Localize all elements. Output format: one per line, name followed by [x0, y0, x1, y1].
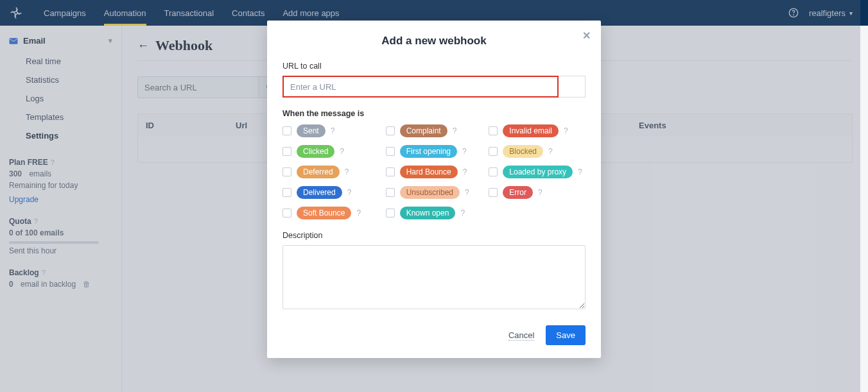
event-checkbox-error[interactable] [489, 188, 498, 197]
event-pill: Unsubscribed [400, 186, 460, 199]
event-checkbox-known-open[interactable] [386, 209, 395, 217]
event-pill: Hard Bounce [400, 166, 458, 178]
modal-title: Add a new webhook [282, 35, 586, 47]
when-label: When the message is [282, 109, 586, 118]
event-error: Error? [489, 186, 586, 199]
event-pill: Loaded by proxy [503, 166, 573, 178]
scrollbar-track[interactable] [860, 26, 868, 392]
event-sent: Sent? [282, 124, 379, 137]
help-icon[interactable]: ? [548, 147, 553, 156]
event-complaint: Complaint? [386, 124, 483, 137]
event-delivered: Delivered? [282, 186, 379, 199]
help-icon[interactable]: ? [453, 126, 457, 135]
event-checkbox-soft-bounce[interactable] [282, 209, 291, 217]
event-hard-bounce: Hard Bounce? [386, 166, 483, 178]
help-icon[interactable]: ? [347, 188, 352, 197]
help-icon[interactable]: ? [578, 167, 582, 176]
event-pill: Clicked [297, 145, 334, 158]
event-pill: First opening [400, 145, 457, 158]
event-pill: Complaint [400, 124, 447, 137]
close-icon[interactable]: ✕ [582, 30, 591, 42]
help-icon[interactable]: ? [331, 126, 335, 135]
help-icon[interactable]: ? [356, 209, 361, 217]
event-pill: Deferred [297, 166, 340, 178]
event-soft-bounce: Soft Bounce? [282, 207, 379, 219]
event-blocked: Blocked? [489, 145, 586, 158]
event-deferred: Deferred? [282, 166, 379, 178]
event-pill: Delivered [297, 186, 342, 199]
help-icon[interactable]: ? [465, 188, 469, 197]
event-checkbox-deferred[interactable] [282, 167, 291, 176]
event-invalid-email: Invalid email? [489, 124, 586, 137]
description-textarea[interactable] [282, 245, 586, 309]
url-label: URL to call [282, 62, 586, 71]
event-checkbox-blocked[interactable] [489, 147, 498, 156]
event-loaded-by-proxy: Loaded by proxy? [489, 166, 586, 178]
event-checkbox-first-opening[interactable] [386, 147, 395, 156]
url-addon [559, 76, 586, 98]
event-checkbox-delivered[interactable] [282, 188, 291, 197]
help-icon[interactable]: ? [462, 147, 467, 156]
event-unsubscribed: Unsubscribed? [386, 186, 483, 199]
event-checkbox-complaint[interactable] [386, 126, 395, 135]
cancel-button[interactable]: Cancel [508, 330, 534, 341]
event-checkbox-hard-bounce[interactable] [386, 167, 395, 176]
event-first-opening: First opening? [386, 145, 483, 158]
description-label: Description [282, 231, 586, 240]
event-pill: Sent [297, 124, 326, 137]
help-icon[interactable]: ? [345, 167, 349, 176]
help-icon[interactable]: ? [340, 147, 344, 156]
event-pill: Blocked [503, 145, 543, 158]
help-icon[interactable]: ? [564, 126, 568, 135]
event-checkbox-sent[interactable] [282, 126, 291, 135]
event-checkbox-loaded-by-proxy[interactable] [489, 167, 498, 176]
add-webhook-modal: ✕ Add a new webhook URL to call When the… [267, 21, 601, 358]
save-button[interactable]: Save [546, 325, 586, 345]
event-pill: Soft Bounce [297, 207, 351, 219]
event-pill: Invalid email [503, 124, 559, 137]
event-clicked: Clicked? [282, 145, 379, 158]
event-known-open: Known open? [386, 207, 483, 219]
event-checkbox-clicked[interactable] [282, 147, 291, 156]
help-icon[interactable]: ? [463, 167, 467, 176]
event-pill: Known open [400, 207, 456, 219]
event-checkbox-unsubscribed[interactable] [386, 188, 395, 197]
help-icon[interactable]: ? [538, 188, 542, 197]
event-pill: Error [503, 186, 533, 199]
event-checkbox-invalid-email[interactable] [489, 126, 498, 135]
url-input[interactable] [282, 76, 559, 98]
help-icon[interactable]: ? [460, 209, 465, 217]
